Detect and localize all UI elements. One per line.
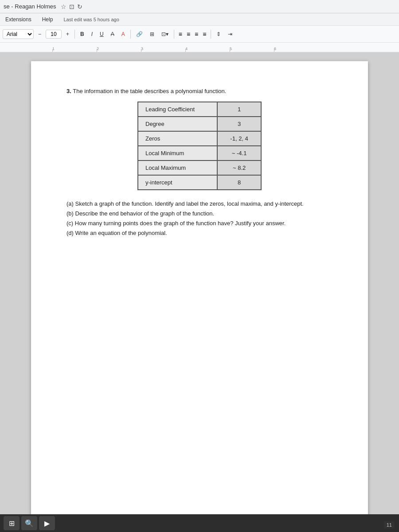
table-cell-value: 3: [217, 117, 261, 131]
align-center-button[interactable]: ≡: [185, 29, 192, 39]
font-size-input[interactable]: [46, 30, 62, 39]
toolbar-separator-4: [211, 30, 211, 39]
line-spacing-button[interactable]: ⇕: [214, 29, 223, 39]
menu-bar: Extensions Help Last edit was 5 hours ag…: [0, 13, 399, 26]
taskbar-app-button[interactable]: ▶: [39, 516, 55, 530]
font-size-increase[interactable]: +: [63, 29, 72, 39]
image-button[interactable]: ⊞: [147, 29, 157, 39]
link-button[interactable]: 🔗: [133, 29, 145, 39]
align-right-button[interactable]: ≡: [193, 29, 200, 39]
toolbar: Arial − + B I U A A 🔗 ⊞ ⊡▾ ≡ ≡ ≡ ≡ ⇕ ⇥: [0, 26, 399, 43]
table-cell-label: Degree: [138, 117, 217, 131]
top-bar-icons: ☆ ⊡ ↻: [61, 3, 82, 10]
table-row: Zeros-1, 2, 4: [138, 131, 261, 146]
toolbar-separator-3: [174, 30, 174, 39]
table-cell-value: 1: [217, 102, 261, 117]
ruler-line-6: [274, 49, 274, 52]
sub-question-d: (d) Write an equation of the polynomial.: [66, 228, 332, 238]
text-color-button[interactable]: A: [119, 29, 128, 39]
menu-extensions[interactable]: Extensions: [4, 16, 33, 23]
question-body: The information in the table describes a…: [73, 88, 226, 94]
underline-button[interactable]: U: [97, 29, 106, 39]
ruler-line-4: [185, 49, 186, 52]
document-title: se - Reagan Holmes: [4, 3, 56, 10]
sub-question-a: (a) Sketch a graph of the function. Iden…: [66, 199, 332, 209]
question-text: 3. The information in the table describe…: [66, 88, 332, 94]
sub-question-c: (c) How many turning points does the gra…: [66, 219, 332, 228]
table-cell-label: Local Minimum: [138, 146, 217, 160]
taskbar: ⊞ 🔍 ▶: [0, 514, 399, 532]
polynomial-table: Leading Coefficient1Degree3Zeros-1, 2, 4…: [137, 102, 262, 190]
main-content-area: 3. The information in the table describe…: [0, 52, 399, 532]
table-row: y-intercept8: [138, 175, 261, 190]
align-left-button[interactable]: ≡: [177, 29, 184, 39]
table-cell-value: -1, 2, 4: [217, 131, 261, 146]
ruler-line-3: [141, 49, 141, 52]
bold-button[interactable]: B: [78, 29, 87, 39]
taskbar-search-button[interactable]: 🔍: [21, 516, 37, 530]
ruler-line-2: [97, 49, 97, 52]
table-row: Local Maximum~ 8.2: [138, 160, 261, 175]
page-number-badge: 11: [384, 521, 395, 528]
table-cell-label: Zeros: [138, 131, 217, 146]
document-page: 3. The information in the table describe…: [31, 61, 368, 531]
ruler-line-5: [230, 49, 230, 52]
table-row: Local Minimum~ -4.1: [138, 146, 261, 160]
insert-dropdown[interactable]: ⊡▾: [159, 29, 171, 39]
table-cell-value: 8: [217, 175, 261, 190]
table-cell-label: Leading Coefficient: [138, 102, 217, 117]
toolbar-separator-2: [130, 30, 131, 39]
table-cell-label: Local Maximum: [138, 160, 217, 175]
table-row: Degree3: [138, 117, 261, 131]
font-name-select[interactable]: Arial: [3, 29, 34, 39]
menu-help[interactable]: Help: [40, 16, 55, 23]
table-cell-value: ~ 8.2: [217, 160, 261, 175]
alignment-group: ≡ ≡ ≡ ≡: [177, 29, 208, 39]
strikethrough-button[interactable]: A: [108, 29, 117, 39]
taskbar-home-button[interactable]: ⊞: [4, 516, 20, 530]
table-cell-value: ~ -4.1: [217, 146, 261, 160]
indent-button[interactable]: ⇥: [225, 29, 235, 39]
table-row: Leading Coefficient1: [138, 102, 261, 117]
sync-icon[interactable]: ↻: [77, 3, 82, 10]
star-icon[interactable]: ☆: [61, 3, 66, 10]
last-edit-label: Last edit was 5 hours ago: [63, 17, 119, 22]
ruler: 1 2 3 4 5 6: [0, 43, 399, 52]
ruler-line-1: [52, 49, 53, 52]
font-size-decrease[interactable]: −: [35, 29, 44, 39]
align-justify-button[interactable]: ≡: [201, 29, 208, 39]
toolbar-separator-1: [74, 30, 75, 39]
question-number: 3.: [66, 88, 71, 94]
sub-question-b: (b) Describe the end behavior of the gra…: [66, 209, 332, 219]
edit-history-icon[interactable]: ⊡: [69, 3, 74, 10]
table-cell-label: y-intercept: [138, 175, 217, 190]
italic-button[interactable]: I: [89, 29, 95, 39]
sub-questions: (a) Sketch a graph of the function. Iden…: [66, 199, 332, 238]
top-bar: se - Reagan Holmes ☆ ⊡ ↻: [0, 0, 399, 13]
